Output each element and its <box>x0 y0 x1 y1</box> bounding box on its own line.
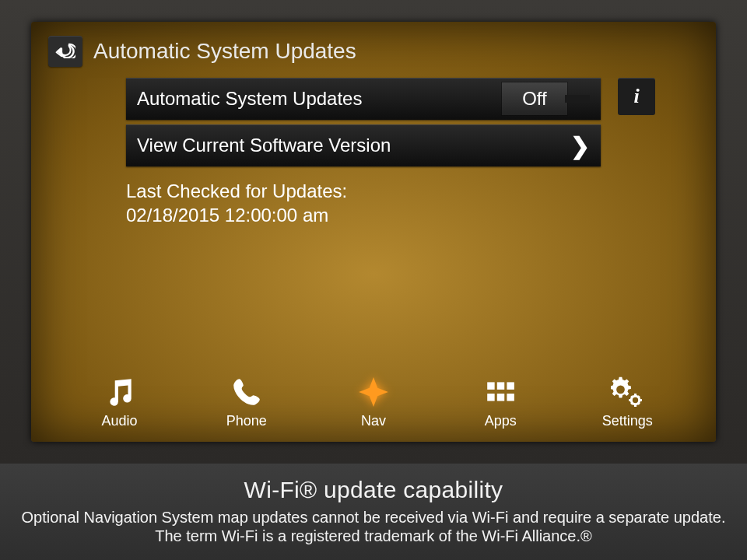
info-icon: i <box>633 85 639 108</box>
status-value: 02/18/2015 12:00:00 am <box>126 203 699 227</box>
nav-navigation[interactable]: Nav <box>319 374 428 429</box>
device-bezel: Automatic System Updates i Automatic Sys… <box>0 0 747 464</box>
music-note-icon <box>102 374 138 410</box>
nav-label: Audio <box>102 413 138 429</box>
nav-phone[interactable]: Phone <box>192 374 301 429</box>
svg-rect-5 <box>507 394 514 401</box>
nav-label: Nav <box>361 413 386 429</box>
info-button[interactable]: i <box>618 78 655 115</box>
nav-settings[interactable]: Settings <box>573 374 682 429</box>
svg-rect-0 <box>487 382 494 389</box>
row-label: Automatic System Updates <box>137 88 362 110</box>
row-automatic-updates[interactable]: Automatic System Updates Off <box>126 78 601 120</box>
nav-audio[interactable]: Audio <box>65 374 174 429</box>
toggle-state: Off <box>522 88 547 110</box>
caption-title: Wi-Fi® update capability <box>16 477 731 503</box>
phone-icon <box>229 374 265 410</box>
svg-rect-1 <box>497 382 504 389</box>
status-label: Last Checked for Updates: <box>126 179 699 203</box>
header-bar: Automatic System Updates <box>48 36 699 67</box>
caption-bar: Wi-Fi® update capability Optional Naviga… <box>0 464 747 560</box>
toggle-automatic-updates[interactable]: Off <box>501 82 568 116</box>
back-button[interactable] <box>48 36 82 67</box>
nav-label: Settings <box>602 413 653 429</box>
compass-star-icon <box>356 374 391 410</box>
last-checked-status: Last Checked for Updates: 02/18/2015 12:… <box>126 179 699 227</box>
chevron-right-icon: ❯ <box>570 132 590 159</box>
svg-rect-3 <box>487 394 494 401</box>
svg-rect-2 <box>507 382 514 389</box>
nav-label: Phone <box>226 413 267 429</box>
caption-body: Optional Navigation System map updates c… <box>16 508 731 546</box>
gears-icon <box>609 374 645 410</box>
row-view-version[interactable]: View Current Software Version ❯ <box>126 124 601 166</box>
row-label: View Current Software Version <box>137 135 391 156</box>
svg-rect-4 <box>497 394 504 401</box>
back-icon <box>55 41 75 61</box>
settings-rows: i Automatic System Updates Off View Curr… <box>126 78 655 171</box>
toggle-rail <box>565 95 590 103</box>
nav-label: Apps <box>485 413 517 429</box>
bottom-nav: Audio Phone Nav Apps <box>48 374 699 434</box>
page-title: Automatic System Updates <box>93 39 356 64</box>
apps-grid-icon <box>482 374 518 410</box>
touchscreen: Automatic System Updates i Automatic Sys… <box>31 22 716 442</box>
nav-apps[interactable]: Apps <box>446 374 555 429</box>
